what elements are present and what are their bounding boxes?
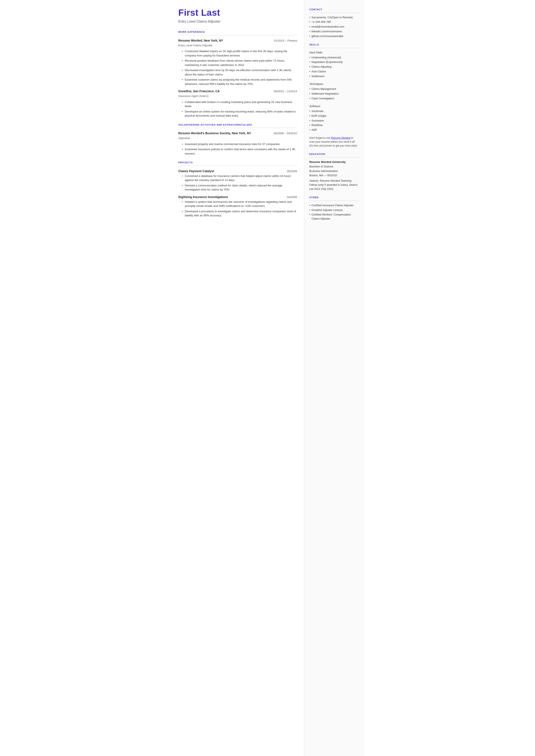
job-1-role: Entry Level Claims Adjuster: [179, 43, 297, 48]
job-2-company: Growthsi, San Francisco, CA: [179, 89, 220, 94]
other-item-2: Growthsi Adjuster License.: [309, 208, 359, 212]
edu-awards: Awards: Resume Worded Teaching Fellow (o…: [309, 179, 359, 191]
job-2-bullets: Collaborated with brokers in creating ma…: [179, 100, 297, 118]
software-edr: EDR InSight: [309, 114, 359, 118]
job-2: Growthsi, San Francisco, CA 06/2010 – 12…: [179, 89, 297, 118]
technique-claim-investigation: Claim Investigation: [309, 97, 359, 101]
job-1: Resume Worded, New York, NY 01/2015 – Pr…: [179, 38, 297, 86]
software-axonwave: Axonwave: [309, 119, 359, 123]
project-1-bullet-2: Devised a communication method for claim…: [182, 183, 297, 192]
job-1-bullet-4: Examined customer claims by analyzing th…: [182, 78, 297, 86]
contact-linkedin: linkedin.com/in/username: [309, 30, 359, 34]
project-1-bullets: Conceived a database for insurance carri…: [179, 174, 297, 192]
edu-school: Resume Worded University: [309, 160, 359, 164]
project-1-date: 05/2009: [287, 169, 297, 174]
edu-degree: Bachelor of Science: [309, 165, 359, 169]
education-header: EDUCATION: [309, 153, 359, 156]
volunteer-1-company: Resume Worded's Business Society, New Yo…: [179, 131, 251, 136]
edu-field: Business Administration: [309, 169, 359, 173]
skill-claims-adjusting: Claims Adjusting: [309, 65, 359, 69]
volunteer-1-dates: 06/2009 – 04/2010: [274, 131, 297, 136]
volunteer-1-bullet-2: Examined insurance policies to confirm t…: [182, 147, 297, 155]
promo-before: Don't forget to use: [309, 136, 331, 139]
volunteering-header: VOLUNTEERING ACTIVITIES AND EXTRACURRICU…: [179, 123, 297, 127]
contact-location: Sacramento, CA(Open to Remote): [309, 15, 359, 20]
contact-section: CONTACT Sacramento, CA(Open to Remote) +…: [309, 8, 359, 38]
technique-claims-management: Claims Management: [309, 87, 359, 91]
volunteer-1-bullets: Assessed property and marine commercial …: [179, 142, 297, 156]
other-section: OTHER Certified Insurance Claims Adjuste…: [309, 196, 359, 221]
edu-location-date: Boston, MA — 05/2010: [309, 174, 359, 178]
skill-settlement: Settlement: [309, 74, 359, 78]
software-list: Xactimate EDR InSight Axonwave RiskWise …: [309, 109, 359, 132]
contact-header: CONTACT: [309, 8, 359, 12]
job-1-bullet-2: Received positive feedback from clients …: [182, 59, 297, 67]
job-1-bullet-1: Conducted detailed inquiry on 1K high-pr…: [182, 49, 297, 58]
other-list: Certified Insurance Claims Adjuster. Gro…: [309, 204, 359, 221]
software-label: Software:: [309, 104, 359, 108]
project-2-bullet-1: Initiated a system that summarizes the o…: [182, 200, 297, 208]
project-2-date: 04/2009: [287, 195, 297, 199]
volunteer-1-role: Appraiser: [179, 136, 297, 140]
hard-skills-label: Hard Skills:: [309, 51, 359, 55]
projects-divider: [179, 166, 297, 166]
job-1-bullet-3: Decreased investigation time by 30 days …: [182, 68, 297, 76]
technique-settlement-negotiation: Settlement Negotiation: [309, 92, 359, 96]
skill-negotiation: Negotiation (Experienced): [309, 60, 359, 64]
skill-auto-claims: Auto Claims: [309, 70, 359, 74]
other-header: OTHER: [309, 196, 359, 199]
projects-header: PROJECTS: [179, 161, 297, 164]
job-1-company: Resume Worded, New York, NY: [179, 38, 223, 43]
project-2-bullets: Initiated a system that summarizes the o…: [179, 200, 297, 218]
work-experience-section: WORK EXPERIENCE Resume Worded, New York,…: [179, 30, 297, 118]
skills-divider: [309, 48, 359, 48]
software-riskwise: RiskWise: [309, 123, 359, 127]
project-2: Digitizing Insurance Investigations 04/2…: [179, 195, 297, 218]
contact-phone: +1-234-456-789: [309, 20, 359, 24]
job-2-bullet-2: Developed an online system for tracking …: [182, 109, 297, 118]
volunteering-section: VOLUNTEERING ACTIVITIES AND EXTRACURRICU…: [179, 123, 297, 156]
work-experience-header: WORK EXPERIENCE: [179, 30, 297, 34]
candidate-title: Entry Level Claims Adjuster: [179, 19, 297, 24]
techniques-list: Claims Management Settlement Negotiation…: [309, 87, 359, 100]
software-xactimate: Xactimate: [309, 109, 359, 113]
projects-section: PROJECTS Claims Payment Catalyst 05/2009…: [179, 161, 297, 218]
other-divider: [309, 201, 359, 201]
volunteer-1: Resume Worded's Business Society, New Yo…: [179, 131, 297, 155]
project-1-bullet-1: Conceived a database for insurance carri…: [182, 174, 297, 182]
contact-email: email@resumeworded.com: [309, 25, 359, 29]
software-adp: ADP: [309, 128, 359, 132]
project-1-name: Claims Payment Catalyst: [179, 169, 214, 174]
contact-list: Sacramento, CA(Open to Remote) +1-234-45…: [309, 15, 359, 38]
skills-header: SKILLS: [309, 43, 359, 46]
other-item-3: Certified Workers' Compensation Claims A…: [309, 213, 359, 221]
job-2-role: Insurance Agent (Intern): [179, 94, 297, 98]
hard-skills-list: Underwriting (Advanced) Negotiation (Exp…: [309, 56, 359, 78]
skills-section: SKILLS Hard Skills: Underwriting (Advanc…: [309, 43, 359, 148]
promo-link[interactable]: Resume Worded: [331, 136, 351, 139]
job-1-dates: 01/2015 – Present: [274, 39, 297, 43]
education-section: EDUCATION Resume Worded University Bache…: [309, 153, 359, 191]
candidate-name: First Last: [179, 8, 297, 18]
contact-github: github.com/resumeworded: [309, 34, 359, 38]
job-1-bullets: Conducted detailed inquiry on 1K high-pr…: [179, 49, 297, 86]
techniques-label: Techniques:: [309, 82, 359, 86]
other-item-1: Certified Insurance Claims Adjuster.: [309, 204, 359, 208]
education-divider: [309, 157, 359, 157]
project-1: Claims Payment Catalyst 05/2009 Conceive…: [179, 169, 297, 192]
promo-text: Don't forget to use Resume Worded to sca…: [309, 136, 359, 148]
volunteering-divider: [179, 128, 297, 128]
job-2-dates: 06/2010 – 12/2014: [274, 89, 297, 94]
skill-underwriting: Underwriting (Advanced): [309, 56, 359, 60]
volunteer-1-bullet-1: Assessed property and marine commercial …: [182, 142, 297, 146]
job-2-bullet-1: Collaborated with brokers in creating ma…: [182, 100, 297, 108]
project-2-bullet-2: Developed a procedure to investigate cla…: [182, 209, 297, 218]
project-2-name: Digitizing Insurance Investigations: [179, 195, 228, 199]
